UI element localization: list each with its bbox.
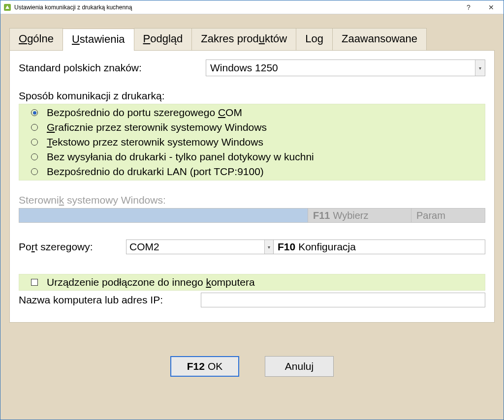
comm-option-graphic[interactable]: Graficznie przez sterownik systemowy Win… [19,120,485,135]
radio-icon [31,124,38,131]
encoding-label: Standard polskich znaków: [19,62,206,74]
titlebar: Ustawienia komunikacji z drukarką kuchen… [0,0,504,14]
radio-icon [31,153,38,160]
close-button[interactable]: ✕ [480,0,503,14]
checkbox-icon [31,279,38,286]
serial-row: Port szeregowy: COM2 ▾ F10Konfiguracja [19,240,485,254]
encoding-value: Windows 1250 [206,62,475,74]
comm-radio-group: Bezpośrednio do portu szeregowego COM Gr… [19,104,485,180]
comm-option-com[interactable]: Bezpośrednio do portu szeregowego COM [19,105,485,120]
serial-config-button[interactable]: F10Konfiguracja [274,240,485,254]
client-area: Ogólne Ustawienia Podgląd Zakres produkt… [0,14,504,420]
driver-label: Sterownik systemowy Windows: [19,194,485,206]
app-icon [3,3,11,11]
dialog-window: Ustawienia komunikacji z drukarką kuchen… [0,0,504,420]
tab-product-range[interactable]: Zakres produktów [191,28,296,50]
radio-icon [31,139,38,146]
remote-address-input[interactable] [201,293,485,307]
chevron-down-icon: ▾ [475,60,485,76]
settings-panel: Standard polskich znaków: Windows 1250 ▾… [9,50,495,323]
help-icon: ? [467,3,471,11]
remote-address-row: Nazwa komputera lub adres IP: [19,293,485,307]
tab-preview[interactable]: Podgląd [134,28,192,50]
driver-param-button: Param [411,208,485,223]
tab-bar: Ogólne Ustawienia Podgląd Zakres produkt… [9,28,495,50]
tab-advanced[interactable]: Zaawansowane [332,28,427,50]
ok-button[interactable]: F12OK [170,356,239,377]
comm-option-touch[interactable]: Bez wysyłania do drukarki - tylko panel … [19,150,485,164]
comm-option-text[interactable]: Tekstowo przez sterownik systemowy Windo… [19,135,485,150]
remote-address-label: Nazwa komputera lub adres IP: [19,294,201,306]
encoding-select[interactable]: Windows 1250 ▾ [206,60,485,76]
help-button[interactable]: ? [457,0,480,14]
driver-row: F11Wybierz Param [19,208,485,223]
encoding-row: Standard polskich znaków: Windows 1250 ▾ [19,60,485,76]
comm-title: Sposób komunikacji z drukarką: [19,90,485,102]
tab-settings[interactable]: Ustawienia [63,29,134,51]
radio-icon [31,109,38,116]
tab-log[interactable]: Log [296,28,333,50]
serial-value: COM2 [126,241,264,253]
radio-icon [31,168,38,175]
tab-general[interactable]: Ogólne [9,28,63,50]
serial-select[interactable]: COM2 ▾ [126,240,274,254]
driver-input [19,208,308,223]
driver-select-button: F11Wybierz [308,208,411,223]
comm-option-lan[interactable]: Bezpośrednio do drukarki LAN (port TCP:9… [19,164,485,179]
window-title: Ustawienia komunikacji z drukarką kuchen… [14,4,457,11]
footer: F12OK Anuluj [9,323,495,410]
chevron-down-icon: ▾ [264,240,273,254]
remote-checkbox-row[interactable]: Urządzenie podłączone do innego komputer… [19,274,485,291]
close-icon: ✕ [488,3,494,11]
serial-label: Port szeregowy: [19,241,126,253]
cancel-button[interactable]: Anuluj [265,356,334,377]
